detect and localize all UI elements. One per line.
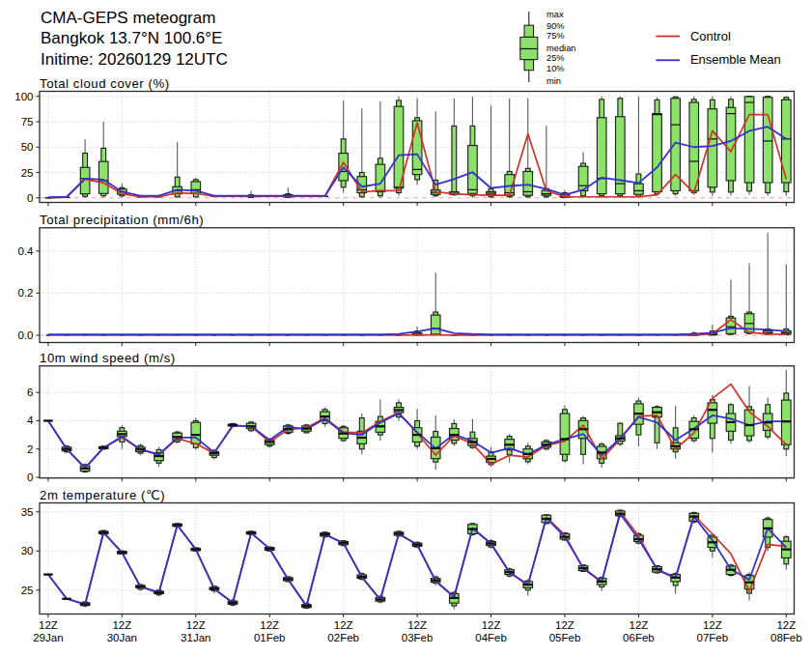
svg-text:07Feb: 07Feb bbox=[697, 632, 729, 643]
svg-text:4: 4 bbox=[27, 414, 34, 426]
svg-text:35: 35 bbox=[21, 506, 34, 518]
svg-text:Initime: 20260129 12UTC: Initime: 20260129 12UTC bbox=[41, 50, 228, 69]
svg-text:12Z: 12Z bbox=[39, 619, 58, 631]
svg-text:90%: 90% bbox=[546, 21, 565, 31]
svg-text:2: 2 bbox=[27, 443, 33, 455]
svg-text:30: 30 bbox=[21, 545, 34, 557]
svg-text:75%: 75% bbox=[546, 31, 565, 41]
svg-text:02Feb: 02Feb bbox=[327, 632, 359, 643]
svg-text:10%: 10% bbox=[546, 64, 565, 73]
svg-text:12Z: 12Z bbox=[260, 619, 279, 631]
svg-text:50: 50 bbox=[21, 141, 34, 153]
svg-text:03Feb: 03Feb bbox=[402, 632, 434, 643]
svg-text:08Feb: 08Feb bbox=[770, 632, 802, 643]
svg-text:10m wind speed (m/s): 10m wind speed (m/s) bbox=[40, 351, 176, 365]
svg-text:100: 100 bbox=[14, 91, 33, 102]
svg-text:25: 25 bbox=[21, 167, 34, 179]
svg-text:12Z: 12Z bbox=[112, 619, 131, 631]
svg-text:06Feb: 06Feb bbox=[623, 632, 655, 643]
svg-text:31Jan: 31Jan bbox=[181, 632, 210, 643]
svg-text:12Z: 12Z bbox=[407, 619, 427, 631]
svg-text:6: 6 bbox=[27, 386, 33, 398]
svg-text:median: median bbox=[546, 43, 576, 53]
svg-text:25%: 25% bbox=[546, 53, 565, 63]
svg-text:12Z: 12Z bbox=[482, 619, 501, 631]
svg-text:12Z: 12Z bbox=[776, 619, 796, 631]
svg-text:min: min bbox=[546, 76, 561, 86]
svg-text:04Feb: 04Feb bbox=[475, 632, 507, 643]
svg-text:0: 0 bbox=[27, 471, 33, 483]
svg-text:max: max bbox=[546, 10, 564, 19]
svg-text:12Z: 12Z bbox=[334, 619, 353, 631]
svg-text:12Z: 12Z bbox=[703, 619, 722, 631]
svg-text:12Z: 12Z bbox=[555, 619, 574, 631]
svg-text:0: 0 bbox=[27, 192, 33, 204]
svg-text:0.0: 0.0 bbox=[18, 329, 34, 341]
svg-text:75: 75 bbox=[21, 116, 34, 128]
svg-text:CMA-GEPS meteogram: CMA-GEPS meteogram bbox=[41, 9, 215, 27]
svg-text:0.4: 0.4 bbox=[18, 245, 35, 257]
svg-text:29Jan: 29Jan bbox=[33, 632, 63, 643]
svg-text:30Jan: 30Jan bbox=[107, 632, 137, 643]
svg-text:Control: Control bbox=[690, 29, 731, 43]
svg-text:Bangkok 13.7°N 100.6°E: Bangkok 13.7°N 100.6°E bbox=[41, 29, 222, 47]
svg-text:25: 25 bbox=[21, 585, 34, 596]
svg-text:0.2: 0.2 bbox=[18, 287, 34, 299]
svg-text:05Feb: 05Feb bbox=[549, 632, 581, 643]
svg-text:Total precipitation (mm/6h): Total precipitation (mm/6h) bbox=[40, 213, 204, 227]
svg-text:Ensemble Mean: Ensemble Mean bbox=[690, 52, 781, 67]
svg-text:01Feb: 01Feb bbox=[254, 632, 286, 643]
svg-text:12Z: 12Z bbox=[630, 619, 649, 631]
svg-text:2m temperature (℃): 2m temperature (℃) bbox=[40, 488, 165, 502]
svg-text:Total cloud cover (%): Total cloud cover (%) bbox=[40, 76, 170, 91]
svg-text:12Z: 12Z bbox=[186, 619, 206, 631]
